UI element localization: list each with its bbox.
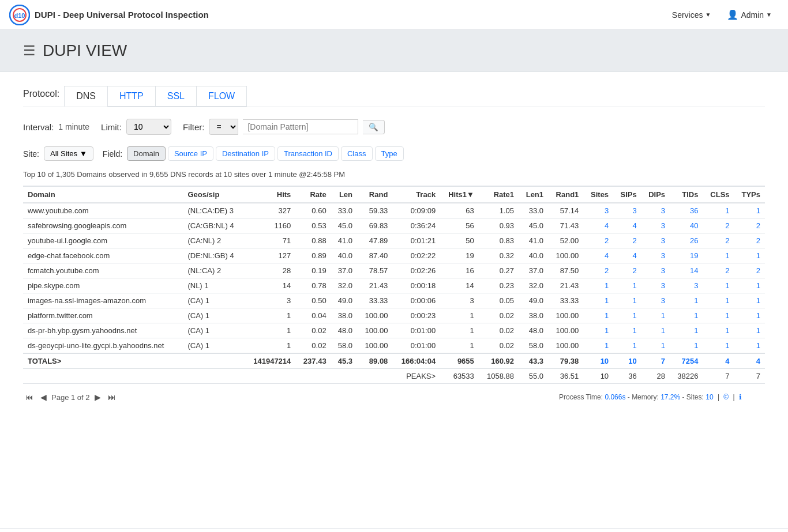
cell-dips[interactable]: 3 [641, 233, 670, 248]
cell-sites[interactable]: 2 [583, 263, 613, 278]
totals-sites[interactable]: 10 [583, 353, 613, 369]
col-typs[interactable]: TYPs [734, 186, 765, 203]
filter-operator-select[interactable]: = != ~ [209, 119, 238, 135]
cell-dips[interactable]: 3 [641, 278, 670, 293]
cell-sips[interactable]: 2 [613, 263, 641, 278]
next-page-button[interactable]: ▶ [92, 391, 103, 403]
cell-dips[interactable]: 1 [641, 308, 670, 323]
col-hits1[interactable]: Hits1▼ [440, 186, 479, 203]
cell-dips[interactable]: 1 [641, 338, 670, 354]
cell-typs[interactable]: 1 [734, 203, 765, 218]
col-geos[interactable]: Geos/sip [183, 186, 244, 203]
cell-typs[interactable]: 1 [734, 308, 765, 323]
col-track[interactable]: Track [392, 186, 440, 203]
cell-clss[interactable]: 1 [703, 308, 734, 323]
cell-sips[interactable]: 1 [613, 338, 641, 354]
cell-sips[interactable]: 4 [613, 218, 641, 233]
cell-tids[interactable]: 3 [670, 278, 703, 293]
cell-dips[interactable]: 1 [641, 323, 670, 338]
col-len[interactable]: Len [331, 186, 357, 203]
site-selector[interactable]: All Sites ▼ [44, 146, 93, 161]
col-dips[interactable]: DIPs [641, 186, 670, 203]
field-btn-class[interactable]: Class [341, 146, 373, 161]
totals-clss[interactable]: 4 [703, 353, 734, 369]
brand-link[interactable]: d10 DUPI - Deep Universal Protocol Inspe… [9, 5, 665, 25]
cell-dips[interactable]: 3 [641, 203, 670, 218]
prev-page-button[interactable]: ◀ [38, 391, 49, 403]
totals-sips[interactable]: 10 [613, 353, 641, 369]
field-btn-domain[interactable]: Domain [127, 146, 166, 161]
cell-sites[interactable]: 4 [583, 218, 613, 233]
col-rate[interactable]: Rate [295, 186, 331, 203]
cell-typs[interactable]: 1 [734, 323, 765, 338]
cell-clss[interactable]: 2 [703, 233, 734, 248]
col-domain[interactable]: Domain [23, 186, 183, 203]
cell-typs[interactable]: 2 [734, 218, 765, 233]
cell-sips[interactable]: 2 [613, 233, 641, 248]
col-hits[interactable]: Hits [244, 186, 295, 203]
cell-sips[interactable]: 1 [613, 293, 641, 308]
cell-tids[interactable]: 14 [670, 263, 703, 278]
field-btn-source-ip[interactable]: Source IP [168, 146, 213, 161]
cell-clss[interactable]: 1 [703, 278, 734, 293]
cell-sites[interactable]: 2 [583, 233, 613, 248]
tab-ssl[interactable]: SSL [155, 86, 197, 107]
cell-sites[interactable]: 3 [583, 203, 613, 218]
cell-sites[interactable]: 1 [583, 323, 613, 338]
cell-clss[interactable]: 1 [703, 323, 734, 338]
cell-sips[interactable]: 4 [613, 248, 641, 263]
cell-sips[interactable]: 1 [613, 308, 641, 323]
col-rate1[interactable]: Rate1 [479, 186, 519, 203]
cell-dips[interactable]: 3 [641, 263, 670, 278]
cell-sips[interactable]: 1 [613, 278, 641, 293]
cell-sites[interactable]: 1 [583, 293, 613, 308]
col-sips[interactable]: SIPs [613, 186, 641, 203]
cell-typs[interactable]: 1 [734, 248, 765, 263]
cell-sites[interactable]: 1 [583, 338, 613, 354]
col-rand[interactable]: Rand [357, 186, 392, 203]
cell-sites[interactable]: 1 [583, 308, 613, 323]
cell-typs[interactable]: 1 [734, 278, 765, 293]
col-rand1[interactable]: Rand1 [548, 186, 583, 203]
field-btn-destination-ip[interactable]: Destination IP [216, 146, 275, 161]
search-button[interactable]: 🔍 [363, 120, 385, 134]
cell-clss[interactable]: 2 [703, 218, 734, 233]
cell-clss[interactable]: 2 [703, 263, 734, 278]
cell-typs[interactable]: 2 [734, 263, 765, 278]
services-button[interactable]: Services ▼ [665, 7, 718, 23]
cell-clss[interactable]: 1 [703, 293, 734, 308]
cell-tids[interactable]: 1 [670, 308, 703, 323]
cell-tids[interactable]: 1 [670, 323, 703, 338]
totals-typs[interactable]: 4 [734, 353, 765, 369]
cell-dips[interactable]: 3 [641, 293, 670, 308]
col-tids[interactable]: TIDs [670, 186, 703, 203]
cell-tids[interactable]: 1 [670, 338, 703, 354]
cell-tids[interactable]: 26 [670, 233, 703, 248]
col-sites[interactable]: Sites [583, 186, 613, 203]
totals-dips[interactable]: 7 [641, 353, 670, 369]
limit-select[interactable]: 10 25 50 100 [126, 119, 171, 135]
field-btn-type[interactable]: Type [375, 146, 404, 161]
cell-clss[interactable]: 1 [703, 203, 734, 218]
cell-dips[interactable]: 3 [641, 218, 670, 233]
cell-typs[interactable]: 2 [734, 233, 765, 248]
cell-sips[interactable]: 1 [613, 323, 641, 338]
cell-tids[interactable]: 36 [670, 203, 703, 218]
cell-tids[interactable]: 19 [670, 248, 703, 263]
cell-clss[interactable]: 1 [703, 338, 734, 354]
cell-tids[interactable]: 40 [670, 218, 703, 233]
admin-button[interactable]: 👤 Admin ▼ [720, 6, 779, 24]
cell-clss[interactable]: 1 [703, 248, 734, 263]
cell-sites[interactable]: 4 [583, 248, 613, 263]
tab-flow[interactable]: FLOW [196, 86, 247, 107]
cell-typs[interactable]: 1 [734, 293, 765, 308]
field-btn-transaction-id[interactable]: Transaction ID [277, 146, 339, 161]
first-page-button[interactable]: ⏮ [23, 391, 36, 403]
tab-dns[interactable]: DNS [64, 86, 108, 107]
last-page-button[interactable]: ⏭ [106, 391, 118, 403]
col-clss[interactable]: CLSs [703, 186, 734, 203]
cell-sites[interactable]: 1 [583, 278, 613, 293]
cell-tids[interactable]: 1 [670, 293, 703, 308]
cell-dips[interactable]: 3 [641, 248, 670, 263]
totals-tids[interactable]: 7254 [670, 353, 703, 369]
